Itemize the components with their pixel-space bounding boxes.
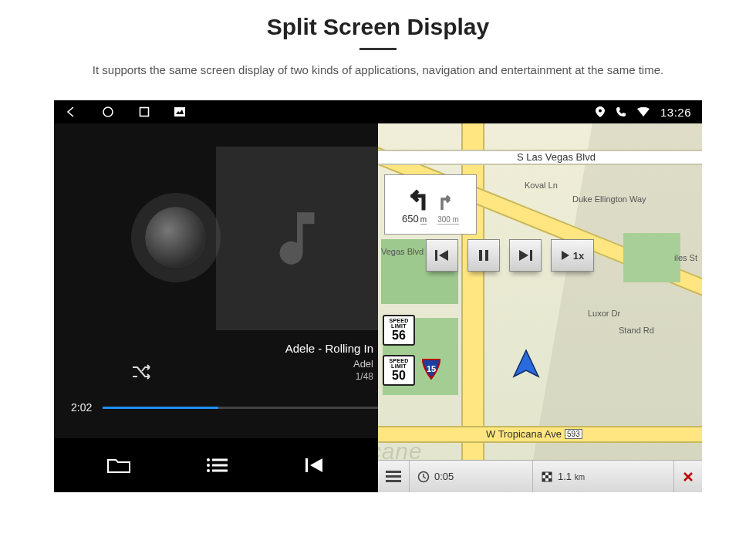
svg-rect-8	[212, 470, 228, 472]
sim-skip-back-button[interactable]	[426, 239, 458, 272]
progress-fill	[103, 407, 218, 409]
turn-right-next-icon	[437, 191, 454, 211]
turn-distance: 650m	[402, 213, 427, 225]
previous-track-icon[interactable]	[304, 456, 326, 475]
page-description: It supports the same screen display of t…	[54, 61, 702, 79]
shuffle-icon[interactable]	[131, 363, 154, 381]
recent-apps-icon[interactable]	[139, 106, 150, 117]
progress-bar[interactable]	[103, 407, 378, 409]
svg-rect-18	[548, 472, 552, 475]
svg-rect-13	[530, 250, 532, 261]
progress-row: 2:02	[71, 401, 378, 414]
svg-rect-12	[485, 250, 488, 261]
map-label-luxor: Luxor Dr	[588, 309, 620, 318]
nav-cursor-icon	[509, 347, 543, 381]
svg-rect-21	[548, 478, 552, 481]
folder-icon[interactable]	[106, 455, 131, 475]
map-label-stand-rd: Stand Rd	[619, 326, 654, 335]
elapsed-time: 2:02	[71, 401, 92, 414]
speed-limit-sign-50: SPEED LIMIT 50	[383, 355, 415, 386]
clock-time: 13:26	[660, 106, 691, 119]
picture-icon[interactable]	[174, 107, 185, 117]
phone-icon	[616, 106, 626, 117]
close-icon	[682, 471, 694, 483]
svg-point-3	[207, 458, 210, 461]
speed-limit-sign-56: SPEED LIMIT 56	[383, 315, 415, 346]
svg-rect-10	[435, 250, 437, 261]
svg-rect-17	[542, 472, 545, 475]
svg-rect-6	[212, 464, 228, 467]
track-info: Adele - Rolling In Adel 1/48	[285, 341, 373, 383]
svg-point-7	[207, 469, 210, 472]
title-underline	[359, 48, 397, 50]
device-screenshot: 13:26 Adele - Rolling In Adel 1/48	[54, 100, 702, 492]
map-label-hiles: iles St	[674, 253, 697, 262]
music-panel: Adele - Rolling In Adel 1/48 2:02	[54, 123, 378, 492]
map-label-koval: Koval Ln	[525, 181, 558, 190]
track-counter: 1/48	[285, 370, 373, 383]
svg-point-0	[103, 107, 113, 117]
menu-icon	[386, 471, 401, 482]
road-label-las-vegas: S Las Vegas Blvd	[517, 151, 596, 163]
location-icon	[596, 106, 605, 117]
music-note-icon	[262, 204, 332, 273]
map-label-vegas-blvd: Vegas Blvd	[381, 247, 424, 256]
svg-text:15: 15	[427, 364, 436, 373]
road-label-tropicana: W Tropicana Ave 593	[486, 428, 582, 440]
navigation-panel: S Las Vegas Blvd Koval Ln Duke Ellington…	[378, 123, 702, 492]
address-number-chip: 593	[565, 429, 582, 439]
track-artist: Adel	[285, 357, 373, 371]
eta-time[interactable]: 0:05	[410, 461, 533, 493]
svg-rect-11	[479, 250, 482, 261]
menu-button[interactable]	[378, 461, 410, 493]
svg-rect-19	[545, 475, 548, 478]
map-bottom-bar: 0:05 1.1 km	[378, 460, 702, 492]
music-bottom-bar	[54, 438, 378, 492]
playlist-icon[interactable]	[206, 457, 229, 474]
remaining-distance[interactable]: 1.1 km	[533, 461, 674, 493]
turn-left-icon	[407, 185, 433, 211]
svg-rect-9	[305, 458, 308, 472]
sim-skip-forward-button[interactable]	[509, 239, 542, 272]
home-icon[interactable]	[102, 106, 114, 118]
svg-rect-2	[174, 107, 185, 117]
highway-shield-icon: 15	[421, 358, 441, 380]
map-label-duke: Duke Ellington Way	[572, 194, 646, 204]
sim-pause-button[interactable]	[467, 239, 500, 272]
simulation-controls: 1x	[426, 239, 594, 272]
joystick-control[interactable]	[145, 207, 207, 268]
status-bar: 13:26	[54, 100, 702, 123]
flag-icon	[541, 471, 553, 483]
park-block	[623, 233, 680, 282]
album-art-placeholder	[216, 147, 378, 330]
next-turn-distance: 300 m	[437, 215, 459, 225]
back-icon[interactable]	[65, 106, 77, 118]
track-title: Adele - Rolling In	[285, 341, 373, 356]
svg-rect-4	[212, 459, 228, 461]
wifi-icon	[637, 107, 650, 117]
map-label-e-reno: E Reno Ave	[700, 287, 702, 332]
svg-rect-20	[542, 478, 545, 481]
turn-instruction-panel: 650m 300 m	[384, 174, 477, 235]
page-title: Split Screen Display	[31, 14, 725, 40]
clock-icon	[417, 471, 430, 483]
sim-speed-button[interactable]: 1x	[551, 239, 594, 272]
sim-speed-label: 1x	[573, 250, 584, 262]
svg-point-5	[207, 464, 210, 467]
close-sim-button[interactable]	[674, 461, 702, 493]
svg-rect-1	[140, 108, 149, 117]
